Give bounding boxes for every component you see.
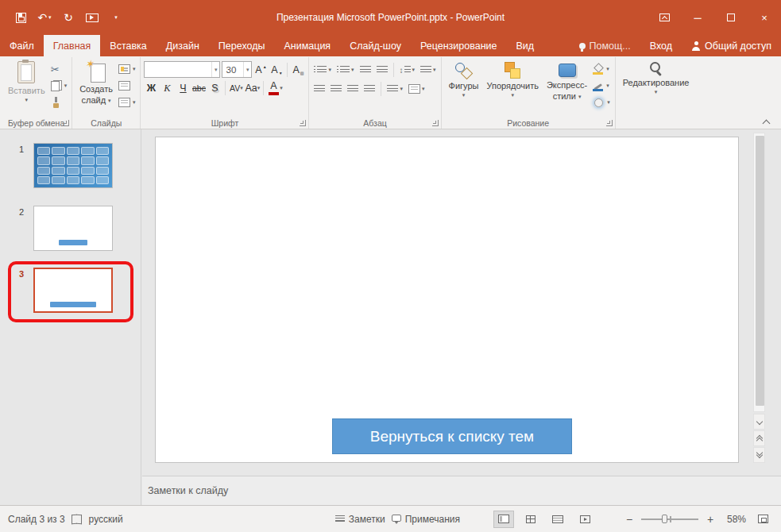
slide-layout-button[interactable]: ▾ [117, 63, 137, 75]
start-slideshow-button[interactable] [81, 6, 103, 29]
cut-button[interactable]: ✂ [49, 63, 69, 75]
tab-transitions[interactable]: Переходы [209, 35, 275, 56]
font-name-combo[interactable]: ▾ [144, 61, 220, 78]
vertical-scrollbar[interactable] [753, 133, 765, 412]
tell-me-box[interactable]: Помощ... [570, 35, 640, 56]
tab-design[interactable]: Дизайн [157, 35, 209, 56]
notes-toggle-button[interactable]: Заметки [335, 514, 385, 525]
bullets-button[interactable]: ▾ [312, 64, 333, 76]
language-button[interactable]: русский [89, 514, 123, 525]
drawing-group-label: Рисование [442, 118, 615, 128]
decrease-indent-button[interactable] [358, 64, 373, 76]
bold-button[interactable]: Ж [144, 81, 158, 95]
share-button[interactable]: Общий доступ [682, 35, 781, 56]
slide-counter[interactable]: Слайд 3 из 3 [8, 514, 65, 525]
increase-indent-button[interactable] [375, 64, 389, 76]
strikethrough-button[interactable]: abc [191, 81, 206, 95]
paragraph-dialog-launcher[interactable] [432, 120, 439, 126]
tabbar-right-cluster: Помощ... Вход Общий доступ [570, 35, 781, 56]
zoom-slider-thumb[interactable] [662, 515, 667, 523]
section-button[interactable]: ▾ [117, 96, 137, 109]
font-color-button[interactable]: А▾ [267, 81, 283, 95]
align-right-button[interactable] [346, 83, 360, 95]
comments-toggle-button[interactable]: Примечания [392, 514, 460, 525]
reading-view-button[interactable] [547, 511, 568, 528]
ribbon-display-options-button[interactable] [648, 0, 681, 35]
slideshow-view-button[interactable] [574, 511, 595, 528]
font-size-combo[interactable]: 30▾ [222, 61, 252, 78]
minimize-button[interactable]: ─ [681, 0, 714, 35]
font-dialog-launcher[interactable] [300, 120, 306, 126]
quick-styles-button[interactable]: Экспресс- стили▾ [543, 59, 591, 109]
clipboard-dialog-launcher[interactable] [63, 120, 69, 126]
slide-navigation [753, 414, 765, 463]
arrange-button[interactable]: Упорядочить ▾ [482, 59, 542, 109]
shapes-button[interactable]: Фигуры ▾ [445, 59, 483, 109]
slide-2-preview[interactable] [33, 206, 113, 251]
increase-font-size-button[interactable]: A▲ [253, 63, 268, 77]
collapse-ribbon-button[interactable] [759, 116, 773, 126]
shape-effects-icon [594, 98, 603, 107]
clear-formatting-button[interactable]: A▨ [291, 63, 305, 77]
slide-thumbnail-2[interactable]: 2 [0, 206, 141, 255]
tab-view[interactable]: Вид [506, 35, 543, 56]
tab-review[interactable]: Рецензирование [411, 35, 507, 56]
slide-1-preview[interactable] [33, 143, 113, 188]
customize-qat-button[interactable]: ▾ [105, 6, 127, 29]
tab-insert[interactable]: Вставка [100, 35, 156, 56]
next-slide-button[interactable] [753, 447, 765, 463]
notes-pane[interactable]: Заметки к слайду [142, 476, 781, 505]
scrollbar-thumb[interactable] [756, 136, 764, 406]
normal-view-button[interactable] [493, 511, 514, 528]
slide-3-preview[interactable] [33, 268, 113, 313]
line-spacing-button[interactable]: ↕▾ [398, 64, 417, 76]
italic-button[interactable]: К [160, 81, 174, 95]
editing-button[interactable]: Редактирование ▾ [619, 59, 694, 95]
align-left-button[interactable] [312, 83, 327, 95]
slide-canvas[interactable]: Вернуться к списку тем [155, 137, 739, 463]
undo-button[interactable]: ↶▾ [33, 6, 56, 29]
decrease-font-size-button[interactable]: A▼ [269, 63, 284, 77]
justify-button[interactable] [362, 83, 377, 95]
redo-button[interactable]: ↻ [57, 6, 79, 29]
maximize-button[interactable] [714, 0, 748, 35]
save-button[interactable] [10, 6, 32, 29]
columns-button[interactable]: ▾ [385, 83, 404, 95]
underline-button[interactable]: Ч [176, 81, 190, 95]
slide-action-button[interactable]: Вернуться к списку тем [332, 418, 572, 454]
shape-fill-button[interactable]: ▾ [591, 63, 612, 75]
tab-home[interactable]: Главная [44, 35, 101, 56]
sign-in-button[interactable]: Вход [640, 35, 682, 56]
text-direction-button[interactable]: ▾ [419, 64, 438, 76]
slide-thumbnail-1[interactable]: 1 [0, 143, 141, 192]
paste-button[interactable]: Вставить ▾ [4, 59, 49, 109]
align-center-button[interactable] [329, 83, 343, 95]
close-button[interactable]: × [748, 0, 781, 35]
zoom-level[interactable]: 58% [722, 514, 746, 525]
convert-smartart-button[interactable]: ▾ [407, 83, 427, 95]
new-slide-button[interactable]: Создать слайд▾ [75, 59, 117, 109]
tab-slideshow[interactable]: Слайд-шоу [340, 35, 411, 56]
spellcheck-button[interactable] [72, 515, 83, 523]
change-case-button[interactable]: Aa▾ [245, 81, 260, 95]
text-shadow-button[interactable]: S [207, 81, 222, 95]
slide-thumbnail-3[interactable]: 3 [0, 268, 141, 317]
character-spacing-button[interactable]: AV▾ [229, 81, 243, 95]
reset-slide-button[interactable] [117, 79, 137, 92]
tab-animations[interactable]: Анимация [274, 35, 340, 56]
slide-sorter-view-button[interactable] [520, 511, 541, 528]
numbering-button[interactable]: ▾ [335, 64, 356, 76]
shape-effects-button[interactable]: ▾ [591, 96, 612, 109]
scroll-down-button[interactable] [753, 414, 765, 430]
zoom-out-button[interactable]: − [624, 513, 635, 526]
copy-button[interactable]: ▾ [49, 79, 69, 92]
shape-outline-button[interactable]: ▾ [591, 79, 612, 92]
drawing-dialog-launcher[interactable] [606, 120, 613, 126]
previous-slide-button[interactable] [753, 430, 765, 446]
zoom-in-button[interactable]: + [705, 513, 716, 526]
fit-to-window-button[interactable] [752, 511, 773, 528]
format-painter-button[interactable] [49, 96, 69, 109]
font-name-caret-icon: ▾ [211, 62, 220, 77]
zoom-slider[interactable] [641, 514, 698, 525]
tab-file[interactable]: Файл [0, 35, 44, 56]
